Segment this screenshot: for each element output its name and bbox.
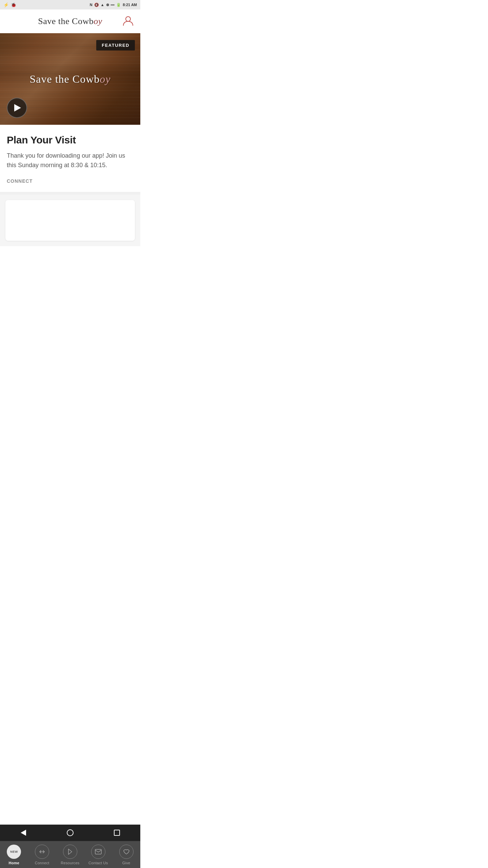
hero-banner: FEATURED Save the Cowboy xyxy=(0,33,140,125)
battery-icon: 🔋 xyxy=(116,3,121,7)
wifi-icon: ▲ xyxy=(101,3,104,7)
debug-icon: 🐞 xyxy=(11,2,16,7)
plan-visit-section: Plan Your Visit Thank you for downloadin… xyxy=(0,125,140,195)
content-card xyxy=(5,200,135,241)
play-button[interactable] xyxy=(7,98,27,118)
mute-icon: 🔇 xyxy=(94,3,99,7)
signal-block-icon: ⊗ xyxy=(106,3,109,7)
connect-link[interactable]: CONNECT xyxy=(7,178,134,184)
app-header: Save the Cowboy xyxy=(0,9,140,33)
plan-visit-description: Thank you for downloading our app! Join … xyxy=(7,151,134,170)
time-display: 8:21 AM xyxy=(123,3,137,7)
profile-button[interactable] xyxy=(122,15,134,28)
signal-icon: ▪▪▪ xyxy=(111,3,115,7)
status-left-icons: ⚡ 🐞 xyxy=(3,2,16,7)
usb-icon: ⚡ xyxy=(3,2,9,7)
app-title: Save the Cowboy xyxy=(38,16,102,26)
play-icon xyxy=(14,104,21,112)
featured-badge: FEATURED xyxy=(96,40,135,51)
card-section xyxy=(0,195,140,246)
status-right-icons: N 🔇 ▲ ⊗ ▪▪▪ 🔋 8:21 AM xyxy=(90,3,137,7)
svg-point-0 xyxy=(126,17,130,21)
nfc-icon: N xyxy=(90,3,93,7)
status-bar: ⚡ 🐞 N 🔇 ▲ ⊗ ▪▪▪ 🔋 8:21 AM xyxy=(0,0,140,9)
plan-visit-title: Plan Your Visit xyxy=(7,134,134,146)
hero-logo-text: Save the Cowboy xyxy=(30,73,111,85)
main-content: FEATURED Save the Cowboy Plan Your Visit… xyxy=(0,33,140,290)
profile-icon xyxy=(122,15,134,28)
